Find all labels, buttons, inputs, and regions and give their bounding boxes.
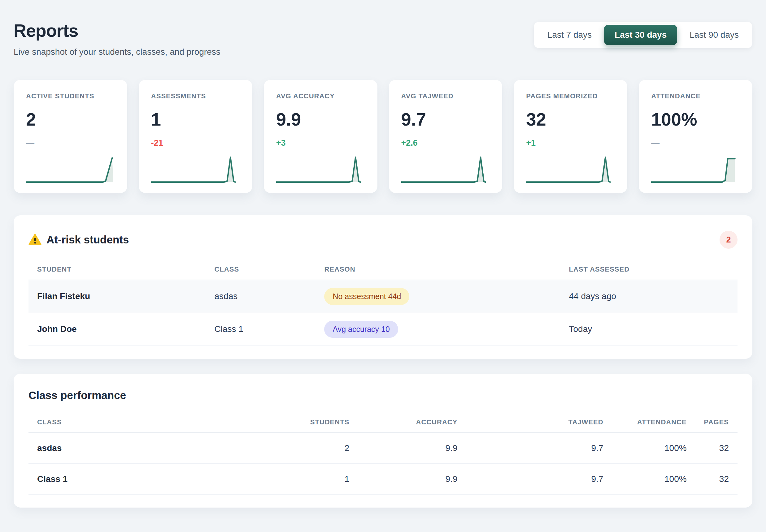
last-assessed: Today (560, 313, 738, 345)
class-students: 2 (238, 433, 358, 464)
sparkline-chart (151, 155, 240, 184)
student-name: John Doe (28, 313, 206, 345)
stat-label: ASSESSMENTS (151, 92, 240, 100)
reason-badge: Avg accuracy 10 (324, 321, 398, 338)
stat-delta: — (26, 138, 115, 148)
sparkline-chart (651, 155, 740, 184)
class-attendance: 100% (612, 464, 695, 495)
class-students: 1 (238, 464, 358, 495)
class-tajweed: 9.7 (466, 464, 612, 495)
stat-label: PAGES MEMORIZED (526, 92, 615, 100)
column-header-last-assessed: LAST ASSESSED (560, 259, 738, 280)
last-assessed: 44 days ago (560, 280, 738, 313)
reason-badge: No assessment 44d (324, 288, 409, 305)
stat-card-pages-memorized: PAGES MEMORIZED 32 +1 (514, 80, 627, 193)
column-header-class: CLASS (206, 259, 316, 280)
stat-label: ATTENDANCE (651, 92, 740, 100)
stats-row: ACTIVE STUDENTS 2 — ASSESSMENTS 1 -21 AV… (14, 80, 752, 193)
stat-card-attendance: ATTENDANCE 100% — (639, 80, 752, 193)
at-risk-table: STUDENT CLASS REASON LAST ASSESSED Filan… (28, 259, 738, 346)
page-header: Reports Live snapshot of your students, … (14, 20, 752, 57)
stat-delta: +1 (526, 138, 615, 148)
stat-card-avg-accuracy: AVG ACCURACY 9.9 +3 (264, 80, 377, 193)
stat-card-avg-tajweed: AVG TAJWEED 9.7 +2.6 (389, 80, 502, 193)
stat-label: AVG TAJWEED (401, 92, 490, 100)
stat-value: 9.9 (276, 109, 365, 130)
at-risk-row-john-doe: John Doe Class 1 Avg accuracy 10 Today (28, 313, 738, 345)
column-header-pages: PAGES (695, 412, 738, 433)
page-heading-group: Reports Live snapshot of your students, … (14, 20, 221, 57)
column-header-students: STUDENTS (238, 412, 358, 433)
class-pages: 32 (695, 433, 738, 464)
class-tajweed: 9.7 (466, 433, 612, 464)
reports-page: Reports Live snapshot of your students, … (0, 0, 766, 508)
stat-label: ACTIVE STUDENTS (26, 92, 115, 100)
stat-value: 100% (651, 109, 740, 130)
stat-value: 9.7 (401, 109, 490, 130)
class-performance-title: Class performance (28, 389, 126, 401)
stat-value: 1 (151, 109, 240, 130)
student-class: Class 1 (206, 313, 316, 345)
stat-value: 32 (526, 109, 615, 130)
reason-cell: No assessment 44d (316, 280, 560, 313)
page-subtitle: Live snapshot of your students, classes,… (14, 47, 221, 57)
stat-delta: +3 (276, 138, 365, 148)
at-risk-panel-header: At-risk students 2 (28, 231, 738, 249)
at-risk-title-group: At-risk students (28, 234, 129, 246)
range-last-30-days-button[interactable]: Last 30 days (604, 25, 677, 45)
class-name: Class 1 (28, 464, 238, 495)
stat-label: AVG ACCURACY (276, 92, 365, 100)
at-risk-panel-title: At-risk students (46, 234, 129, 246)
class-row-class-1: Class 1 1 9.9 9.7 100% 32 (28, 464, 738, 495)
at-risk-row-filan-fisteku: Filan Fisteku asdas No assessment 44d 44… (28, 280, 738, 313)
stat-card-assessments: ASSESSMENTS 1 -21 (139, 80, 252, 193)
class-attendance: 100% (612, 433, 695, 464)
sparkline-chart (26, 155, 115, 184)
class-name: asdas (28, 433, 238, 464)
stat-delta: -21 (151, 138, 240, 148)
class-performance-panel: Class performance CLASS STUDENTS ACCURAC… (14, 374, 752, 508)
sparkline-chart (401, 155, 490, 184)
column-header-class: CLASS (28, 412, 238, 433)
at-risk-table-header-row: STUDENT CLASS REASON LAST ASSESSED (28, 259, 738, 280)
column-header-student: STUDENT (28, 259, 206, 280)
at-risk-panel: At-risk students 2 STUDENT CLASS REASON … (14, 215, 752, 359)
class-row-asdas: asdas 2 9.9 9.7 100% 32 (28, 433, 738, 464)
at-risk-count-badge: 2 (720, 231, 738, 249)
time-range-toggle: Last 7 days Last 30 days Last 90 days (534, 22, 752, 48)
reason-cell: Avg accuracy 10 (316, 313, 560, 345)
column-header-accuracy: ACCURACY (358, 412, 466, 433)
column-header-tajweed: TAJWEED (466, 412, 612, 433)
class-accuracy: 9.9 (358, 464, 466, 495)
range-last-90-days-button[interactable]: Last 90 days (679, 25, 749, 45)
warning-icon (28, 234, 41, 246)
range-last-7-days-button[interactable]: Last 7 days (537, 25, 602, 45)
class-accuracy: 9.9 (358, 433, 466, 464)
stat-card-active-students: ACTIVE STUDENTS 2 — (14, 80, 127, 193)
stat-value: 2 (26, 109, 115, 130)
column-header-reason: REASON (316, 259, 560, 280)
stat-delta: — (651, 138, 740, 148)
class-pages: 32 (695, 464, 738, 495)
column-header-attendance: ATTENDANCE (612, 412, 695, 433)
sparkline-chart (526, 155, 615, 184)
sparkline-chart (276, 155, 365, 184)
student-name: Filan Fisteku (28, 280, 206, 313)
class-performance-header: Class performance (28, 389, 738, 401)
page-title: Reports (14, 20, 221, 41)
student-class: asdas (206, 280, 316, 313)
class-performance-table: CLASS STUDENTS ACCURACY TAJWEED ATTENDAN… (28, 412, 738, 495)
class-table-header-row: CLASS STUDENTS ACCURACY TAJWEED ATTENDAN… (28, 412, 738, 433)
stat-delta: +2.6 (401, 138, 490, 148)
